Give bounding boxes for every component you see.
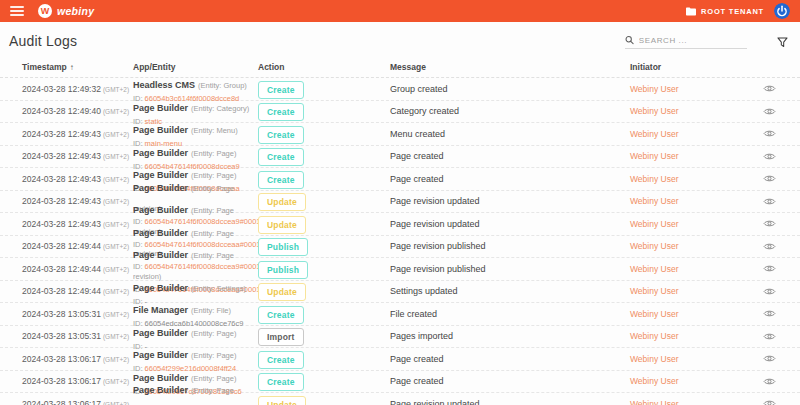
eye-icon	[763, 399, 776, 405]
action-badge: Update	[258, 216, 306, 234]
table-row: 2024-03-28 12:49:43(GMT+2) Page Builder(…	[0, 146, 800, 169]
message-cell: Group created	[390, 84, 630, 94]
initiator-link[interactable]: Webiny User	[630, 174, 765, 184]
initiator-link[interactable]: Webiny User	[630, 84, 765, 94]
timestamp-cell: 2024-03-28 13:05:31(GMT+2)	[22, 331, 133, 341]
eye-icon	[763, 197, 776, 206]
filter-button[interactable]	[777, 37, 788, 48]
view-details-button[interactable]	[763, 287, 788, 296]
timestamp-cell: 2024-03-28 13:06:17(GMT+2)	[22, 399, 133, 405]
initiator-link[interactable]: Webiny User	[630, 129, 765, 139]
table-row: 2024-03-28 12:49:43(GMT+2) Page Builder(…	[0, 191, 800, 214]
entity-label: (Entity: Category)	[191, 104, 249, 113]
timestamp-cell: 2024-03-28 12:49:44(GMT+2)	[22, 286, 133, 296]
action-cell: Update	[258, 214, 390, 234]
action-cell: Create	[258, 371, 390, 391]
action-badge: Publish	[258, 261, 308, 279]
message-cell: Pages imported	[390, 331, 630, 341]
toolbar: Audit Logs	[0, 22, 800, 49]
app-name: Page Builder	[133, 183, 188, 193]
column-header-timestamp[interactable]: Timestamp↑	[22, 62, 133, 72]
table-row: 2024-03-28 12:49:32(GMT+2) Headless CMS(…	[0, 78, 800, 101]
timestamp-cell: 2024-03-28 12:49:43(GMT+2)	[22, 129, 133, 139]
root-tenant-button[interactable]: ROOT TENANT	[686, 7, 764, 16]
view-details-button[interactable]	[763, 197, 788, 206]
initiator-link[interactable]: Webiny User	[630, 309, 765, 319]
initiator-link[interactable]: Webiny User	[630, 106, 765, 116]
eye-icon	[763, 174, 776, 183]
initiator-link[interactable]: Webiny User	[630, 151, 765, 161]
timezone-label: (GMT+2)	[103, 333, 129, 340]
action-cell: Update	[258, 191, 390, 211]
table-row: 2024-03-28 12:49:44(GMT+2) Page Builder(…	[0, 236, 800, 259]
table-row: 2024-03-28 13:05:31(GMT+2) Page Builder(…	[0, 326, 800, 349]
app-name: File Manager	[133, 305, 188, 315]
view-details-button[interactable]	[763, 377, 788, 386]
timezone-label: (GMT+2)	[103, 243, 129, 250]
action-badge: Create	[258, 103, 304, 121]
initiator-link[interactable]: Webiny User	[630, 376, 765, 386]
initiator-link[interactable]: Webiny User	[630, 354, 765, 364]
eye-icon	[763, 332, 776, 341]
view-details-button[interactable]	[763, 129, 788, 138]
action-cell: Create	[258, 101, 390, 121]
menu-icon[interactable]	[10, 6, 24, 16]
table-row: 2024-03-28 13:06:17(GMT+2) Page Builder(…	[0, 371, 800, 394]
eye-icon	[763, 354, 776, 363]
message-cell: Page revision updated	[390, 399, 630, 405]
app-name: Page Builder	[133, 283, 188, 293]
action-badge: Create	[258, 306, 304, 324]
app-name: Page Builder	[133, 148, 188, 158]
timezone-label: (GMT+2)	[103, 153, 129, 160]
table-header-row: Timestamp↑ App/Entity Action Message Ini…	[0, 58, 800, 78]
timestamp-cell: 2024-03-28 12:49:44(GMT+2)	[22, 264, 133, 274]
table-row: 2024-03-28 13:05:31(GMT+2) File Manager(…	[0, 303, 800, 326]
initiator-link[interactable]: Webiny User	[630, 241, 765, 251]
view-details-button[interactable]	[763, 107, 788, 116]
message-cell: Page revision updated	[390, 219, 630, 229]
action-badge: Import	[258, 328, 304, 346]
view-details-button[interactable]	[763, 332, 788, 341]
view-details-button[interactable]	[763, 84, 788, 93]
app-name: Page Builder	[133, 205, 188, 215]
view-details-button[interactable]	[763, 264, 788, 273]
action-badge: Create	[258, 81, 304, 99]
timezone-label: (GMT+2)	[103, 221, 129, 228]
column-header-message: Message	[390, 62, 630, 72]
message-cell: Menu created	[390, 129, 630, 139]
webiny-logo[interactable]: W webiny	[38, 4, 94, 18]
timestamp-cell: 2024-03-28 12:49:32(GMT+2)	[22, 84, 133, 94]
filter-icon	[777, 37, 788, 48]
root-tenant-label: ROOT TENANT	[701, 7, 764, 16]
initiator-link[interactable]: Webiny User	[630, 399, 765, 405]
table-row: 2024-03-28 12:49:43(GMT+2) Page Builder(…	[0, 168, 800, 191]
initiator-link[interactable]: Webiny User	[630, 331, 765, 341]
view-details-button[interactable]	[763, 174, 788, 183]
app-name: Page Builder	[133, 328, 188, 338]
entity-label: (Entity: File)	[191, 306, 231, 315]
timezone-label: (GMT+2)	[103, 356, 129, 363]
table-body: 2024-03-28 12:49:32(GMT+2) Headless CMS(…	[0, 78, 800, 405]
view-details-button[interactable]	[763, 309, 788, 318]
timestamp-cell: 2024-03-28 12:49:43(GMT+2)	[22, 196, 133, 206]
view-details-button[interactable]	[763, 354, 788, 363]
initiator-link[interactable]: Webiny User	[630, 196, 765, 206]
initiator-link[interactable]: Webiny User	[630, 219, 765, 229]
view-details-button[interactable]	[763, 399, 788, 405]
eye-icon	[763, 84, 776, 93]
page-title: Audit Logs	[9, 33, 77, 49]
initiator-link[interactable]: Webiny User	[630, 286, 765, 296]
action-badge: Create	[258, 126, 304, 144]
message-cell: Page revision updated	[390, 196, 630, 206]
action-cell: Update	[258, 281, 390, 301]
action-cell: Create	[258, 146, 390, 166]
account-power-icon[interactable]	[774, 3, 790, 19]
view-details-button[interactable]	[763, 242, 788, 251]
eye-icon	[763, 152, 776, 161]
view-details-button[interactable]	[763, 152, 788, 161]
search-input[interactable]	[639, 36, 747, 45]
initiator-link[interactable]: Webiny User	[630, 264, 765, 274]
action-badge: Publish	[258, 238, 308, 256]
action-cell: Publish	[258, 236, 390, 256]
view-details-button[interactable]	[763, 219, 788, 228]
